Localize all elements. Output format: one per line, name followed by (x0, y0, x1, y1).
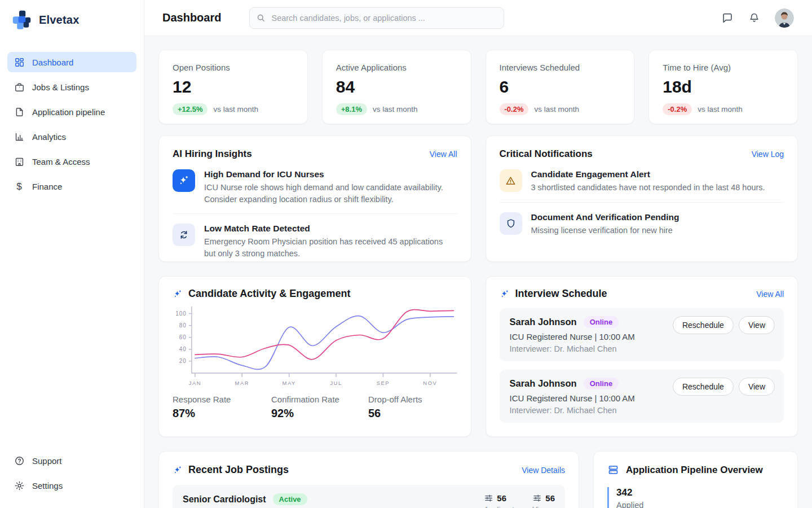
pipeline-stage: 342 Applied (607, 487, 784, 508)
sidebar-item-jobs-listings[interactable]: Jobs & Listings (7, 77, 136, 97)
reschedule-button[interactable]: Reschedule (673, 316, 734, 334)
sparkle-icon (173, 169, 195, 192)
insight-description: Emergency Room Physician position has re… (204, 236, 447, 259)
sidebar-footer: Support Settings (0, 450, 144, 508)
sidebar-item-dashboard[interactable]: Dashboard (7, 52, 136, 72)
job-title: Senior Cardiologist (183, 494, 266, 505)
sparkle-icon (173, 465, 183, 475)
notification-title: Candidate Engagement Alert (531, 169, 765, 179)
pipeline-overview-card: Application Pipeline Overview 342 Applie… (593, 451, 798, 508)
grid-icon (14, 56, 25, 68)
insight-title: Low Match Rate Detected (204, 224, 447, 234)
sidebar-item-label: Team & Access (32, 157, 90, 167)
stat-value: 84 (336, 77, 457, 97)
stat-compare-label: vs last month (534, 105, 579, 113)
sidebar-item-settings[interactable]: Settings (7, 475, 136, 496)
stat-label: Time to Hire (Avg) (663, 63, 784, 72)
svg-text:20: 20 (179, 358, 187, 364)
interview-schedule-card: Interview Schedule View All Sarah Johnso… (486, 276, 798, 437)
notification-item: Candidate Engagement Alert 3 shortlisted… (500, 160, 784, 202)
stat-card-interviews-scheduled: Interviews Scheduled 6 -0.2% vs last mon… (486, 50, 635, 124)
search-input[interactable] (249, 7, 504, 29)
search-box (249, 7, 504, 29)
interview-item: Sarah Johnson Online ICU Registered Nurs… (500, 370, 784, 423)
notification-description: Missing license verification for new hir… (531, 225, 679, 237)
svg-text:40: 40 (179, 346, 187, 352)
candidate-name: Sarah Johnson (510, 378, 577, 389)
sidebar-item-application-pipeline[interactable]: Application pipeline (7, 102, 136, 122)
sidebar-nav: Dashboard Jobs & Listings Application (0, 52, 144, 201)
stat-label: Open Positions (173, 63, 294, 72)
sidebar-item-label: Jobs & Listings (32, 82, 89, 92)
svg-text:SEP: SEP (377, 380, 390, 386)
sidebar-item-team-access[interactable]: Team & Access (7, 151, 136, 172)
svg-text:100: 100 (175, 310, 187, 317)
view-all-link[interactable]: View All (430, 150, 457, 159)
status-badge: Online (584, 316, 619, 328)
svg-text:80: 80 (179, 322, 187, 329)
schedule-title: Interview Schedule (515, 288, 607, 300)
ai-insights-title: AI Hiring Insights (173, 148, 252, 160)
header-actions (721, 8, 794, 28)
brand: Elvetax (0, 0, 144, 36)
sidebar-item-support[interactable]: Support (7, 450, 136, 471)
file-icon (14, 106, 25, 117)
chart-metric: Drop-off Alerts 56 (368, 395, 457, 420)
view-button[interactable]: View (739, 378, 775, 396)
interview-item: Sarah Johnson Online ICU Registered Nurs… (500, 308, 784, 361)
critical-notifications-card: Critical Notifications View Log Candidat… (486, 135, 798, 262)
building-icon (14, 156, 25, 167)
medical-cross-logo-icon (12, 10, 33, 30)
sparkle-icon (500, 289, 510, 299)
svg-text:JUL: JUL (330, 380, 342, 386)
chat-icon[interactable] (721, 12, 734, 24)
insight-description: ICU Nurse role shows high demand and low… (204, 182, 447, 205)
view-button[interactable]: View (739, 316, 775, 334)
stat-label: Active Applications (336, 63, 457, 72)
svg-text:60: 60 (179, 334, 187, 340)
gear-icon (14, 480, 25, 491)
notification-item: Document And Verification Pending Missin… (500, 202, 784, 245)
view-all-link[interactable]: View All (756, 290, 784, 299)
stat-label: Interviews Scheduled (500, 63, 621, 72)
stat-compare-label: vs last month (698, 105, 743, 113)
stat-delta-badge: +8.1% (336, 103, 367, 115)
view-log-link[interactable]: View Log (752, 150, 784, 159)
job-posting-item: Senior Cardiologist Active (173, 485, 565, 508)
app-root: Elvetax Dashboard Jobs & Listings (0, 0, 812, 508)
bell-icon[interactable] (748, 12, 760, 24)
chart-metric: Response Rate 87% (173, 395, 271, 420)
job-stat-applicants: 56 Applicants (484, 493, 518, 508)
stat-card-open-positions: Open Positions 12 +12.5% vs last month (158, 50, 308, 124)
notifications-title: Critical Notifications (500, 148, 593, 160)
svg-text:MAR: MAR (235, 380, 250, 386)
stat-delta-badge: +12.5% (173, 103, 208, 115)
activity-chart-card: Candidate Activity & Engagement 20406080… (158, 276, 471, 437)
sidebar-item-label: Application pipeline (32, 107, 105, 117)
stat-value: 6 (500, 77, 621, 97)
insight-item: High Demand for ICU Nurses ICU Nurse rol… (173, 160, 457, 213)
reschedule-button[interactable]: Reschedule (673, 378, 734, 396)
sidebar-item-label: Finance (32, 182, 62, 191)
main: Dashboard (144, 0, 812, 508)
stat-value: 12 (173, 77, 294, 97)
help-icon (14, 455, 25, 466)
stat-delta-badge: -0.2% (500, 103, 529, 115)
svg-text:JAN: JAN (189, 380, 201, 386)
job-status-badge: Active (273, 493, 307, 505)
briefcase-icon (14, 81, 25, 93)
adjustments-icon (484, 493, 493, 503)
insight-item: Low Match Rate Detected Emergency Room P… (173, 213, 457, 268)
ai-insights-card: AI Hiring Insights View All High (158, 135, 471, 262)
sidebar-item-analytics[interactable]: Analytics (7, 126, 136, 147)
sparkle-icon (173, 289, 183, 299)
avatar[interactable] (775, 8, 794, 28)
sidebar-item-finance[interactable]: $ Finance (7, 176, 136, 196)
jobs-title: Recent Job Postings (188, 464, 289, 476)
sidebar-item-label: Support (32, 456, 62, 466)
dashboard-content: Open Positions 12 +12.5% vs last month A… (144, 36, 812, 508)
job-stat-views: 56 Views (532, 493, 555, 508)
dollar-icon: $ (14, 181, 25, 192)
shield-icon (500, 212, 522, 235)
view-details-link[interactable]: View Details (522, 466, 565, 475)
